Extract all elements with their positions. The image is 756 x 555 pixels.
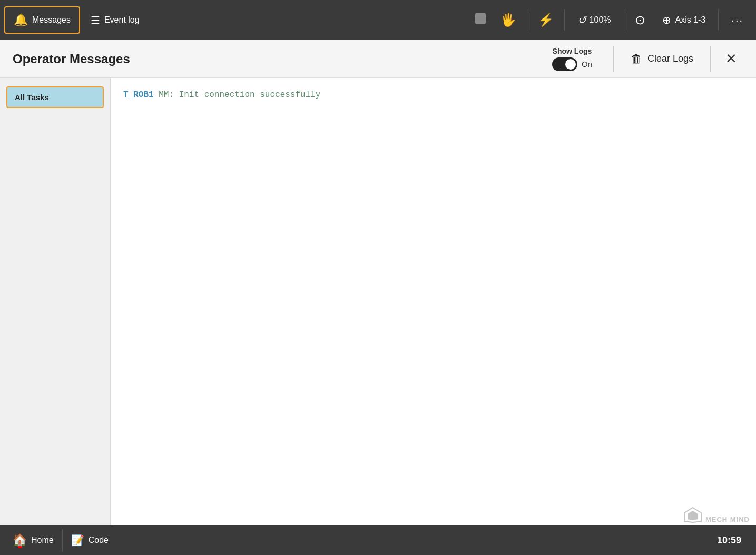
top-bar: 🔔 Messages ☰ Event log 🖐 ⚡ ↺ 100% ⊙ ⊕ Ax… [0, 0, 756, 40]
home-label: Home [31, 535, 54, 545]
top-bar-controls: 🖐 ⚡ ↺ 100% ⊙ ⊕ Axis 1-3 ··· [469, 6, 752, 34]
close-icon: ✕ [725, 51, 737, 67]
hand-button[interactable]: 🖐 [494, 6, 523, 34]
code-nav-item[interactable]: 📝 Code [63, 530, 117, 551]
clear-logs-button[interactable]: 🗑 Clear Logs [622, 48, 702, 70]
show-logs-label: Show Logs [553, 47, 592, 55]
axis-button[interactable]: ⊕ Axis 1-3 [654, 6, 714, 34]
calibrate-button[interactable]: ⊙ [629, 6, 652, 34]
watermark-logo-icon [683, 507, 702, 523]
tab-messages-label: Messages [32, 15, 71, 25]
home-nav-item[interactable]: 🏠 Home [4, 529, 63, 551]
stop-icon [475, 13, 486, 27]
watermark: MECH MIND [683, 507, 750, 523]
divider-4 [718, 9, 719, 31]
log-message: MM: Init connection successfully [159, 90, 320, 100]
speed-icon: ↺ [577, 14, 586, 26]
calibrate-icon: ⊙ [635, 13, 645, 27]
event-log-icon: ☰ [91, 14, 100, 26]
log-task-name: T_ROB1 [123, 90, 154, 100]
log-entry: T_ROB1 MM: Init connection successfully [123, 89, 743, 102]
speed-button[interactable]: ↺ 100% [569, 6, 620, 34]
axis-label: Axis 1-3 [675, 15, 706, 25]
home-icon-wrap: 🏠 [13, 533, 27, 547]
main-content: All Tasks T_ROB1 MM: Init connection suc… [0, 78, 756, 525]
trash-icon: 🗑 [631, 52, 642, 66]
watermark-text: MECH MIND [705, 515, 750, 523]
tab-event-log-label: Event log [104, 15, 140, 25]
code-icon: 📝 [71, 534, 84, 547]
toolbar-divider-2 [710, 46, 711, 72]
code-label: Code [89, 535, 109, 545]
stop-button[interactable] [469, 6, 492, 34]
clock-display: 10:59 [706, 535, 752, 546]
clear-logs-label: Clear Logs [647, 53, 693, 64]
bottom-bar: 🏠 Home 📝 Code 10:59 [0, 525, 756, 555]
messages-icon: 🔔 [14, 13, 28, 27]
bolt-button[interactable]: ⚡ [532, 6, 560, 34]
bolt-icon: ⚡ [538, 13, 554, 27]
show-logs-section: Show Logs On [552, 47, 592, 71]
sidebar-item-all-tasks[interactable]: All Tasks [6, 86, 104, 108]
toolbar-divider [613, 46, 614, 72]
divider-1 [527, 9, 527, 31]
divider-2 [564, 9, 565, 31]
speed-value: 100% [590, 15, 611, 25]
more-button[interactable]: ··· [723, 6, 752, 34]
close-button[interactable]: ✕ [719, 46, 743, 71]
tab-messages[interactable]: 🔔 Messages [4, 6, 80, 34]
axis-icon: ⊕ [662, 14, 671, 26]
home-alert-indicator [18, 546, 22, 548]
hand-icon: 🖐 [500, 13, 516, 27]
toolbar: Operator Messages Show Logs On 🗑 Clear L… [0, 40, 756, 78]
show-logs-toggle[interactable] [552, 57, 577, 71]
divider-3 [624, 9, 624, 31]
home-icon: 🏠 [13, 533, 27, 547]
tab-event-log[interactable]: ☰ Event log [82, 6, 148, 34]
sidebar: All Tasks [0, 78, 111, 525]
more-icon: ··· [731, 14, 743, 26]
toggle-row: On [552, 57, 592, 71]
log-area: T_ROB1 MM: Init connection successfully [111, 78, 756, 525]
sidebar-item-label: All Tasks [15, 93, 49, 102]
svg-marker-1 [688, 511, 698, 520]
page-title: Operator Messages [13, 52, 552, 66]
toggle-state-label: On [582, 60, 592, 69]
